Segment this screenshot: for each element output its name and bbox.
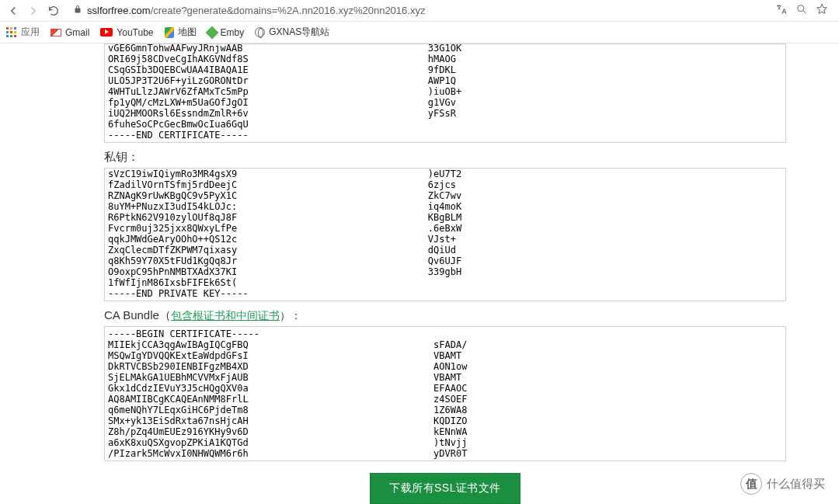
gmail-label: Gmail (65, 27, 89, 38)
page-content: 私钥： CA Bundle（包含根证书和中间证书）： 下载所有SSL证书文件 (0, 43, 786, 504)
url-host: sslforfree.com (87, 5, 151, 16)
bookmark-emby[interactable]: Emby (207, 27, 245, 38)
svg-point-0 (798, 5, 804, 12)
apps-grid-icon (6, 27, 17, 38)
gxnas-label: GXNAS导航站 (269, 26, 329, 39)
back-button[interactable] (5, 2, 22, 19)
bookmark-bar: 应用 Gmail YouTube 地图 Emby GXNAS导航站 (0, 22, 839, 43)
bookmark-star-icon[interactable] (816, 3, 828, 18)
apps-shortcut[interactable]: 应用 (6, 26, 40, 39)
secure-lock-icon (73, 5, 82, 16)
ca-bundle-textarea[interactable] (104, 326, 786, 461)
download-button-wrap: 下载所有SSL证书文件 (104, 464, 786, 504)
bookmark-gxnas[interactable]: GXNAS导航站 (255, 26, 329, 39)
bookmark-gmail[interactable]: Gmail (50, 27, 89, 38)
private-key-label: 私钥： (104, 145, 786, 168)
ca-bundle-suffix: ）： (280, 309, 301, 322)
watermark: 值 什么值得买 (740, 473, 825, 495)
bookmark-youtube[interactable]: YouTube (100, 27, 153, 38)
translate-icon[interactable] (775, 3, 788, 18)
zoom-icon[interactable] (795, 3, 808, 18)
maps-label: 地图 (178, 26, 197, 39)
watermark-icon: 值 (740, 473, 762, 495)
youtube-label: YouTube (117, 27, 153, 38)
address-bar[interactable]: sslforfree.com/create?generate&domains=%… (65, 2, 766, 19)
apps-label: 应用 (21, 26, 40, 39)
ca-bundle-label: CA Bundle（包含根证书和中间证书）： (104, 304, 786, 326)
private-key-textarea[interactable] (104, 168, 786, 301)
emby-label: Emby (221, 27, 245, 38)
reload-button[interactable] (45, 2, 62, 19)
watermark-text: 什么值得买 (767, 477, 825, 492)
gmail-icon (50, 29, 61, 36)
maps-icon (165, 27, 174, 38)
browser-toolbar: sslforfree.com/create?generate&domains=%… (0, 0, 839, 22)
emby-icon (205, 26, 218, 39)
url-path: /create?generate&domains=%2A.nn2016.xyz%… (151, 5, 426, 16)
forward-button[interactable] (25, 2, 42, 19)
bookmark-maps[interactable]: 地图 (165, 26, 197, 39)
globe-icon (255, 27, 265, 37)
youtube-icon (100, 28, 113, 36)
toolbar-actions (769, 3, 834, 18)
ca-bundle-prefix: CA Bundle（ (104, 308, 171, 322)
ca-bundle-link[interactable]: 包含根证书和中间证书 (171, 309, 280, 322)
download-all-ssl-button[interactable]: 下载所有SSL证书文件 (370, 473, 520, 504)
certificate-textarea[interactable] (104, 43, 786, 143)
